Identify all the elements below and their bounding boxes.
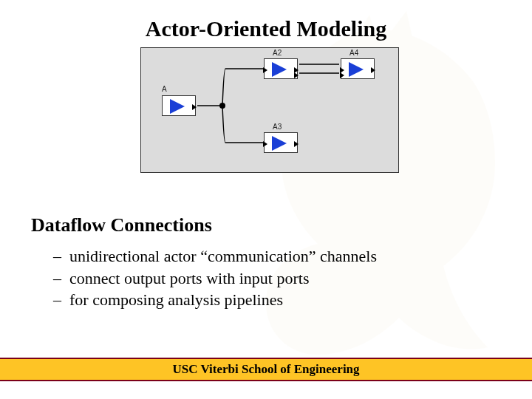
bullet-item: connect output ports with input ports <box>53 267 504 290</box>
actor-a2-label: A2 <box>273 49 282 57</box>
content-section: Dataflow Connections unidirectional acto… <box>31 214 504 311</box>
bullet-item: for composing analysis pipelines <box>53 289 504 311</box>
slide-title: Actor-Oriented Modeling <box>0 16 532 41</box>
junction-node <box>219 103 225 109</box>
actor-a2 <box>264 58 298 79</box>
actor-a <box>162 95 196 116</box>
actor-a4-label: A4 <box>349 49 358 57</box>
section-heading: Dataflow Connections <box>31 214 504 236</box>
footer-text: USC Viterbi School of Engineering <box>172 362 359 377</box>
actor-diagram: A A2 A3 A4 <box>140 47 399 173</box>
actor-a4 <box>341 58 375 79</box>
bullet-list: unidirectional actor “communication” cha… <box>31 245 504 311</box>
actor-a3-label: A3 <box>273 123 282 131</box>
bullet-item: unidirectional actor “communication” cha… <box>53 245 504 267</box>
actor-a-label: A <box>162 85 167 93</box>
footer-bar: USC Viterbi School of Engineering <box>0 358 532 381</box>
actor-a3 <box>264 132 298 153</box>
